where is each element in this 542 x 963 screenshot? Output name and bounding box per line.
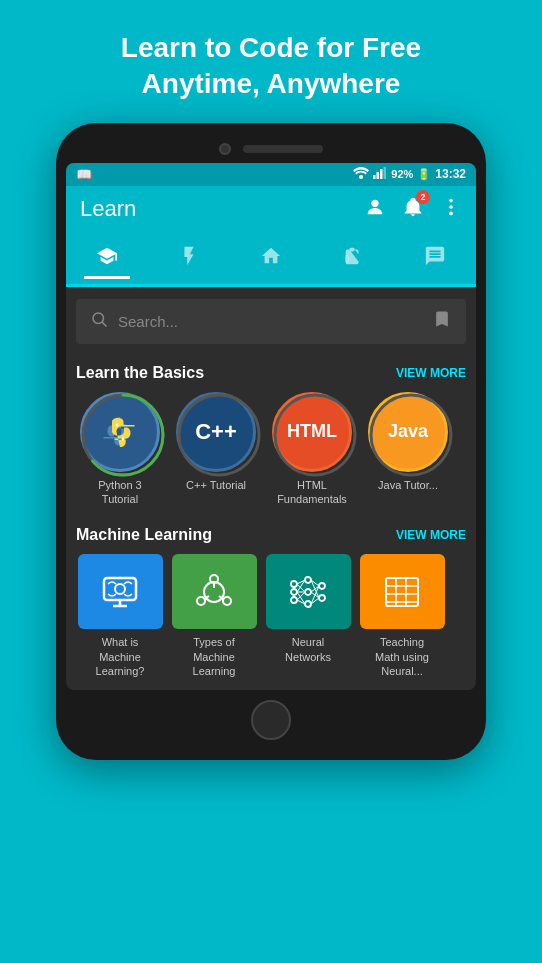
svg-point-31 <box>291 589 297 595</box>
svg-point-34 <box>305 589 311 595</box>
notification-icon-btn[interactable]: 2 <box>402 196 424 223</box>
course-html[interactable]: HTML HTMLFundamentals <box>268 392 356 507</box>
svg-line-11 <box>102 322 106 326</box>
search-icon <box>90 310 108 333</box>
ml-thumb-neural <box>266 554 351 629</box>
svg-point-0 <box>359 175 363 179</box>
svg-point-35 <box>305 601 311 607</box>
ml-label-whatisml: What isMachineLearning? <box>96 635 145 678</box>
phone-notch <box>66 143 476 155</box>
search-bar[interactable]: Search... <box>76 299 466 344</box>
battery-text: 92% <box>391 168 413 180</box>
camera <box>219 143 231 155</box>
signal-icon <box>373 167 387 181</box>
phone-screen: 📖 <box>66 163 476 690</box>
svg-point-25 <box>197 597 205 605</box>
basics-section-header: Learn the Basics VIEW MORE <box>76 364 466 382</box>
course-label-html: HTMLFundamentals <box>277 478 347 507</box>
svg-rect-4 <box>384 167 387 179</box>
course-cpp[interactable]: C++ C++ Tutorial <box>172 392 260 507</box>
nav-code[interactable]: {} <box>330 241 376 279</box>
nav-courses[interactable] <box>84 241 130 279</box>
svg-point-26 <box>223 597 231 605</box>
basics-view-more[interactable]: VIEW MORE <box>396 366 466 380</box>
ml-item-neural[interactable]: NeuralNetworks <box>264 554 352 678</box>
svg-point-6 <box>449 199 453 203</box>
battery-icon: 🔋 <box>417 168 431 181</box>
ml-thumb-whatisml <box>78 554 163 629</box>
speaker <box>243 145 323 153</box>
ml-courses-row: What isMachineLearning? <box>76 554 466 686</box>
wifi-icon <box>353 167 369 181</box>
course-circle-cpp: C++ <box>176 392 256 472</box>
course-circle-html: HTML <box>272 392 352 472</box>
basics-title: Learn the Basics <box>76 364 204 382</box>
svg-point-33 <box>305 577 311 583</box>
hero-title: Learn to Code for Free Anytime, Anywhere <box>20 30 522 103</box>
ml-title: Machine Learning <box>76 526 212 544</box>
ml-section-header: Machine Learning VIEW MORE <box>76 526 466 544</box>
profile-icon-btn[interactable] <box>364 196 386 223</box>
bookmark-icon[interactable] <box>432 309 452 334</box>
app-icon-status: 📖 <box>76 167 92 182</box>
svg-rect-1 <box>373 175 376 179</box>
ml-thumb-math <box>360 554 445 629</box>
search-left: Search... <box>90 310 178 333</box>
svg-point-17 <box>275 395 355 475</box>
svg-point-8 <box>449 211 453 215</box>
page-wrapper: Learn to Code for Free Anytime, Anywhere… <box>0 0 542 760</box>
status-bar: 📖 <box>66 163 476 186</box>
ml-label-types: Types ofMachineLearning <box>193 635 236 678</box>
svg-point-30 <box>291 581 297 587</box>
svg-point-16 <box>179 395 259 475</box>
svg-point-5 <box>371 199 378 206</box>
notification-badge: 2 <box>416 190 430 204</box>
svg-point-20 <box>115 584 125 594</box>
nav-home[interactable] <box>248 241 294 279</box>
course-circle-python <box>80 392 160 472</box>
app-title: Learn <box>80 196 136 222</box>
course-label-python: Python 3Tutorial <box>98 478 141 507</box>
time-display: 13:32 <box>435 167 466 181</box>
app-bar-icons: 2 <box>364 196 462 223</box>
svg-point-18 <box>371 395 451 475</box>
header-section: Learn to Code for Free Anytime, Anywhere <box>0 0 542 123</box>
phone-bottom <box>66 700 476 740</box>
home-button[interactable] <box>251 700 291 740</box>
course-label-java: Java Tutor... <box>378 478 438 492</box>
svg-rect-3 <box>380 169 383 179</box>
svg-rect-19 <box>104 578 136 600</box>
course-label-cpp: C++ Tutorial <box>186 478 246 492</box>
ml-item-whatisml[interactable]: What isMachineLearning? <box>76 554 164 678</box>
basics-courses-row: Python 3Tutorial C++ C++ Tutorial <box>76 392 466 515</box>
svg-point-37 <box>319 595 325 601</box>
bottom-nav: {} <box>66 233 476 287</box>
ml-view-more[interactable]: VIEW MORE <box>396 528 466 542</box>
search-placeholder: Search... <box>118 313 178 330</box>
ml-item-types[interactable]: Types ofMachineLearning <box>170 554 258 678</box>
nav-flash[interactable] <box>166 241 212 279</box>
course-java[interactable]: Java Java Tutor... <box>364 392 452 507</box>
ml-label-math: TeachingMath usingNeural... <box>375 635 429 678</box>
course-python[interactable]: Python 3Tutorial <box>76 392 164 507</box>
status-left: 📖 <box>76 167 92 182</box>
ml-label-neural: NeuralNetworks <box>285 635 331 664</box>
phone-frame: 📖 <box>56 123 486 760</box>
svg-point-7 <box>449 205 453 209</box>
course-circle-java: Java <box>368 392 448 472</box>
ml-section: Machine Learning VIEW MORE <box>66 518 476 690</box>
svg-point-36 <box>319 583 325 589</box>
svg-point-32 <box>291 597 297 603</box>
status-right: 92% 🔋 13:32 <box>353 167 466 181</box>
ml-thumb-types <box>172 554 257 629</box>
svg-point-10 <box>93 313 104 324</box>
basics-section: Learn the Basics VIEW MORE <box>66 356 476 519</box>
more-options-btn[interactable] <box>440 196 462 223</box>
app-bar: Learn 2 <box>66 186 476 233</box>
svg-rect-2 <box>377 172 380 179</box>
nav-chat[interactable] <box>412 241 458 279</box>
ml-item-math[interactable]: TeachingMath usingNeural... <box>358 554 446 678</box>
